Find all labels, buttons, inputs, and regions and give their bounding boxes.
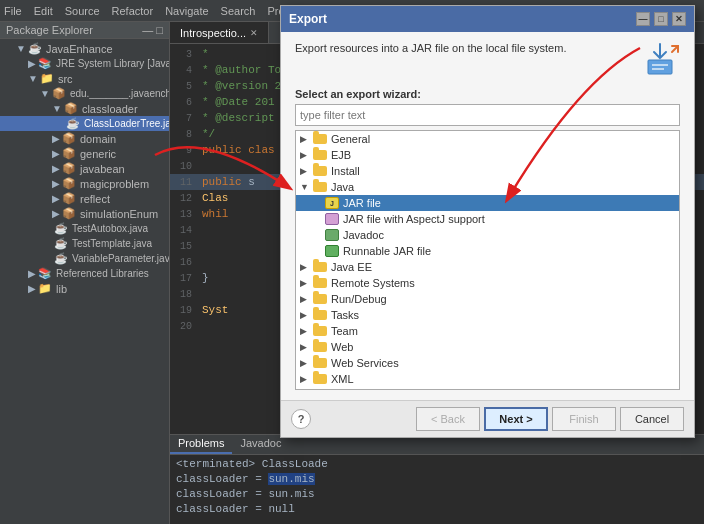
wizard-item-team[interactable]: ▶ Team [296,323,679,339]
export-icon [644,42,680,78]
finish-label: Finish [569,413,598,425]
wizard-tree[interactable]: ▶ General ▶ EJB ▶ Install ▼ Java [295,130,680,390]
tree-classloadertree-label: ClassLoaderTree.java [84,118,169,129]
tree-pkg-main[interactable]: ▼ 📦 edu._______.javaenchance [0,86,169,101]
help-button[interactable]: ? [291,409,311,429]
wizard-item-install[interactable]: ▶ Install [296,163,679,179]
dialog-minimize-btn[interactable]: — [636,12,650,26]
tree-variableparam-label: VariableParameter.java [72,253,169,264]
dialog-titlebar: Export — □ ✕ [281,6,694,32]
menu-navigate[interactable]: Navigate [165,5,208,17]
wizard-item-javadoc-label: Javadoc [343,229,384,241]
wizard-item-javaee[interactable]: ▶ Java EE [296,259,679,275]
tree-src[interactable]: ▼ 📁 src [0,71,169,86]
wizard-item-remotesystems-label: Remote Systems [331,277,415,289]
menu-refactor[interactable]: Refactor [112,5,154,17]
wizard-item-rundebug[interactable]: ▶ Run/Debug [296,291,679,307]
wizard-item-web[interactable]: ▶ Web [296,339,679,355]
finish-button[interactable]: Finish [552,407,616,431]
dialog-body: Export resources into a JAR file on the … [281,32,694,400]
wizard-item-remotesystems[interactable]: ▶ Remote Systems [296,275,679,291]
tree-reflect-label: reflect [80,193,110,205]
wizard-item-rundebug-label: Run/Debug [331,293,387,305]
wizard-filter-input[interactable] [295,104,680,126]
wizard-item-aspectj[interactable]: JAR file with AspectJ support [296,211,679,227]
wizard-item-tasks[interactable]: ▶ Tasks [296,307,679,323]
tree-javabean-label: javabean [80,163,125,175]
tree-testtemplate[interactable]: ☕ TestTemplate.java [0,236,169,251]
cancel-button[interactable]: Cancel [620,407,684,431]
wizard-item-team-label: Team [331,325,358,337]
menu-source[interactable]: Source [65,5,100,17]
tree-src-label: src [58,73,73,85]
tree-lib-label: lib [56,283,67,295]
tree-javaenhance[interactable]: ▼ ☕ JavaEnhance [0,41,169,56]
editor-tab-introspection[interactable]: Introspectio... ✕ [170,22,269,43]
tree-classloadertree[interactable]: ☕ ClassLoaderTree.java [0,116,169,131]
svg-rect-2 [652,68,664,70]
dialog-maximize-btn[interactable]: □ [654,12,668,26]
wizard-item-install-label: Install [331,165,360,177]
wizard-item-java-label: Java [331,181,354,193]
wizard-item-web-label: Web [331,341,353,353]
tree-reflibs[interactable]: ▶ 📚 Referenced Libraries [0,266,169,281]
wizard-item-xml[interactable]: ▶ XML [296,371,679,387]
console-line: <terminated> ClassLoade [176,457,698,472]
footer-right: < Back Next > Finish Cancel [416,407,684,431]
minimize-btn[interactable]: — [142,24,153,36]
editor-tab-close[interactable]: ✕ [250,28,258,38]
maximize-btn[interactable]: □ [156,24,163,36]
wizard-item-runjar[interactable]: Runnable JAR file [296,243,679,259]
wizard-item-runjar-label: Runnable JAR file [343,245,431,257]
console-area: Problems Javadoc <terminated> ClassLoade… [170,434,704,524]
editor-tab-label: Introspectio... [180,27,246,39]
tree-magicproblem[interactable]: ▶ 📦 magicproblem [0,176,169,191]
tree-javabean[interactable]: ▶ 📦 javabean [0,161,169,176]
tree-classloader-label: classloader [82,103,138,115]
tree-simulation[interactable]: ▶ 📦 simulationEnum [0,206,169,221]
wizard-item-general[interactable]: ▶ General [296,131,679,147]
back-button[interactable]: < Back [416,407,480,431]
dialog-close-btn[interactable]: ✕ [672,12,686,26]
wizard-item-jar-label: JAR file [343,197,381,209]
package-explorer-header: Package Explorer — □ [0,22,169,39]
menu-file[interactable]: File [4,5,22,17]
next-button[interactable]: Next > [484,407,548,431]
cancel-label: Cancel [635,413,669,425]
dialog-desc-text: Export resources into a JAR file on the … [295,42,566,54]
tree-magicproblem-label: magicproblem [80,178,149,190]
wizard-item-javaee-label: Java EE [331,261,372,273]
tree-reflect[interactable]: ▶ 📦 reflect [0,191,169,206]
tree-jre[interactable]: ▶ 📚 JRE System Library [JavaSE-1.8] [0,56,169,71]
export-dialog: Export — □ ✕ Export resources into a JAR… [280,5,695,438]
wizard-item-webservices-label: Web Services [331,357,399,369]
package-explorer-title: Package Explorer [6,24,93,36]
menu-edit[interactable]: Edit [34,5,53,17]
console-line: classLoader = sun.mis [176,487,698,502]
wizard-item-javadoc[interactable]: Javadoc [296,227,679,243]
tree-reflibs-label: Referenced Libraries [56,268,149,279]
tree-jre-label: JRE System Library [JavaSE-1.8] [56,58,169,69]
package-explorer: Package Explorer — □ ▼ ☕ JavaEnhance ▶ 📚… [0,22,170,524]
tree-variableparam[interactable]: ☕ VariableParameter.java [0,251,169,266]
tree-domain[interactable]: ▶ 📦 domain [0,131,169,146]
menu-search[interactable]: Search [221,5,256,17]
tree-generic-label: generic [80,148,116,160]
wizard-item-jar[interactable]: J JAR file [296,195,679,211]
wizard-item-webservices[interactable]: ▶ Web Services [296,355,679,371]
dialog-titlebar-buttons: — □ ✕ [636,12,686,26]
wizard-item-ejb[interactable]: ▶ EJB [296,147,679,163]
tree-classloader[interactable]: ▼ 📦 classloader [0,101,169,116]
tree-testtemplate-label: TestTemplate.java [72,238,152,249]
svg-rect-0 [648,60,672,74]
tree-testautobox[interactable]: ☕ TestAutobox.java [0,221,169,236]
wizard-section-label: Select an export wizard: [295,88,680,100]
tree-generic[interactable]: ▶ 📦 generic [0,146,169,161]
tree-simulation-label: simulationEnum [80,208,158,220]
console-tabs: Problems Javadoc [170,435,704,455]
svg-rect-1 [652,64,668,66]
console-tab-problems[interactable]: Problems [170,435,232,454]
wizard-item-java[interactable]: ▼ Java [296,179,679,195]
tree-lib[interactable]: ▶ 📁 lib [0,281,169,296]
wizard-item-general-label: General [331,133,370,145]
